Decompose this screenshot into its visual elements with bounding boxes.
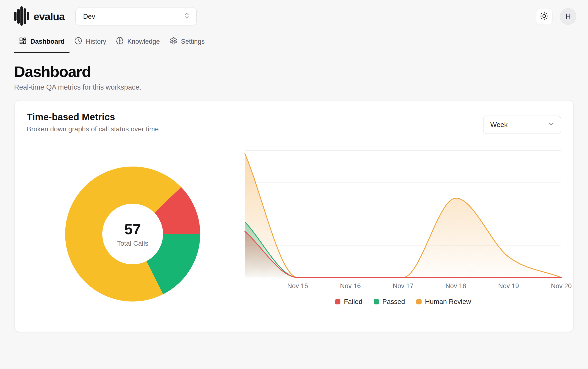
donut-chart-column: 57 Total Calls bbox=[27, 134, 239, 306]
legend-item-failed: Failed bbox=[335, 298, 362, 306]
gear-icon bbox=[170, 37, 177, 46]
legend-item-passed: Passed bbox=[374, 298, 405, 306]
donut-chart: 57 Total Calls bbox=[65, 166, 201, 302]
area-chart bbox=[245, 150, 561, 278]
tab-label: History bbox=[86, 38, 106, 45]
tab-label: Knowledge bbox=[127, 38, 160, 45]
charts-area: 57 Total Calls Nov 15 Nov 16 Nov 17 Nov … bbox=[27, 134, 561, 306]
failed-swatch-icon bbox=[335, 299, 340, 304]
x-axis-tick: Nov 20 bbox=[541, 282, 582, 290]
chart-legend: Failed Passed Human Review bbox=[245, 298, 561, 306]
area-chart-svg bbox=[245, 150, 561, 278]
x-axis-tick: Nov 18 bbox=[435, 282, 476, 290]
workspace-select[interactable]: Dev bbox=[75, 8, 197, 25]
workspace-select-value: Dev bbox=[83, 13, 95, 20]
tab-settings[interactable]: Settings bbox=[165, 33, 210, 53]
passed-swatch-icon bbox=[374, 299, 379, 304]
time-range-value: Week bbox=[490, 121, 508, 129]
user-avatar[interactable]: H bbox=[560, 8, 576, 25]
donut-chart-svg bbox=[65, 166, 201, 302]
tab-bar: Dashboard History Knowledge Settings bbox=[14, 33, 574, 53]
card-header: Time-based Metrics Broken down graphs of… bbox=[27, 112, 561, 134]
audio-waveform-icon bbox=[14, 6, 29, 27]
x-axis-tick: Nov 17 bbox=[382, 282, 424, 290]
chevrons-up-down-icon bbox=[183, 12, 190, 21]
x-axis: Nov 15 Nov 16 Nov 17 Nov 18 Nov 19 Nov 2… bbox=[245, 282, 561, 291]
time-based-metrics-card: Time-based Metrics Broken down graphs of… bbox=[14, 100, 574, 332]
legend-item-human-review: Human Review bbox=[416, 298, 471, 306]
theme-toggle-button[interactable] bbox=[536, 8, 553, 25]
tab-label: Dashboard bbox=[30, 38, 65, 45]
legend-label: Passed bbox=[382, 298, 405, 306]
brand-logo: evalua bbox=[14, 6, 65, 27]
tab-dashboard[interactable]: Dashboard bbox=[14, 33, 70, 53]
page-subtitle: Real-time QA metrics for this workspace. bbox=[14, 83, 574, 91]
x-axis-tick: Nov 16 bbox=[330, 282, 371, 290]
x-axis-tick: Nov 19 bbox=[488, 282, 529, 290]
layout-dashboard-icon bbox=[19, 37, 27, 46]
time-range-select[interactable]: Week bbox=[483, 115, 561, 134]
x-axis-tick: Nov 15 bbox=[277, 282, 318, 290]
area-chart-column: Nov 15 Nov 16 Nov 17 Nov 18 Nov 19 Nov 2… bbox=[239, 134, 561, 306]
legend-label: Failed bbox=[344, 298, 362, 306]
tab-history[interactable]: History bbox=[70, 33, 111, 53]
tab-label: Settings bbox=[181, 38, 205, 45]
page-title: Dashboard bbox=[14, 63, 574, 80]
clock-icon bbox=[74, 37, 82, 46]
chevron-down-icon bbox=[548, 120, 555, 129]
legend-label: Human Review bbox=[425, 298, 471, 306]
card-subtitle: Broken down graphs of call status over t… bbox=[27, 125, 161, 133]
human-review-swatch-icon bbox=[416, 299, 421, 304]
card-title: Time-based Metrics bbox=[27, 112, 161, 122]
brain-icon bbox=[116, 37, 124, 46]
tab-knowledge[interactable]: Knowledge bbox=[111, 33, 165, 53]
sun-icon bbox=[540, 12, 549, 21]
brand-name: evalua bbox=[33, 11, 65, 23]
top-bar: evalua Dev H bbox=[0, 0, 588, 27]
